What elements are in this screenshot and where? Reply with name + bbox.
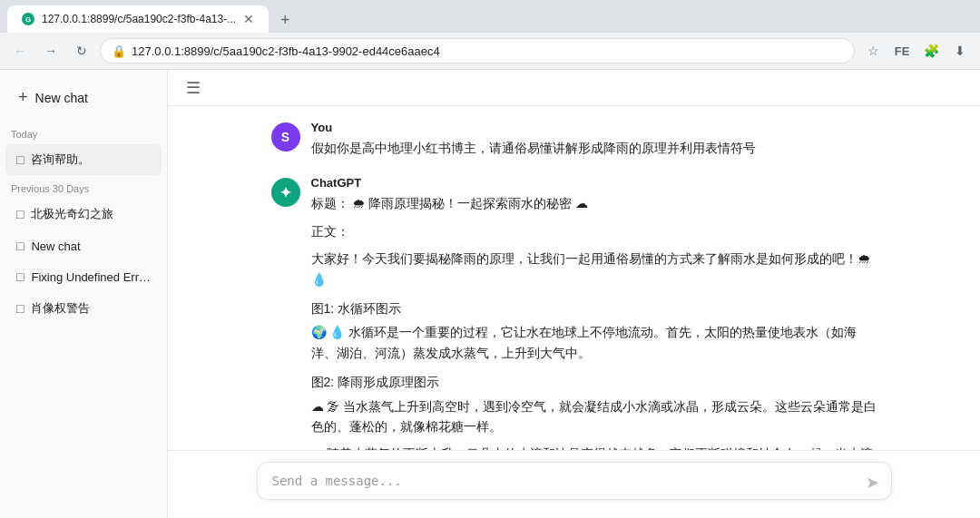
forward-btn[interactable]: →: [38, 38, 64, 64]
browser-chrome: G 127.0.0.1:8899/c/5aa190c2-f3fb-4a13-..…: [0, 0, 980, 70]
sidebar-item-text: 咨询帮助。: [31, 151, 151, 168]
plus-icon: +: [18, 88, 28, 107]
body-label: 正文：: [311, 221, 877, 241]
fig2-text: ☁ 🌫 当水蒸气上升到高空时，遇到冷空气，就会凝结成小水滴或冰晶，形成云朵。这些…: [311, 396, 877, 437]
sidebar-item-aurora[interactable]: □ 北极光奇幻之旅: [5, 199, 162, 230]
today-section-label: Today: [0, 122, 167, 143]
main-content: ☰ S You 假如你是高中地理小红书博主，请通俗易懂讲解形成降雨的原理并利用表…: [168, 70, 980, 518]
intro-text: 大家好！今天我们要揭秘降雨的原理，让我们一起用通俗易懂的方式来了解雨水是如何形成…: [311, 249, 877, 289]
input-area: ➤: [168, 450, 980, 518]
message-container: S You 假如你是高中地理小红书博主，请通俗易懂讲解形成降雨的原理并利用表情符…: [257, 121, 892, 450]
sidebar-item-aurora-text: 北极光奇幻之旅: [31, 206, 151, 222]
chat-icon-4: □: [16, 269, 24, 284]
extensions-btn[interactable]: 🧩: [918, 38, 944, 64]
address-bar[interactable]: 🔒 127.0.0.1:8899/c/5aa190c2-f3fb-4a13-99…: [100, 38, 855, 64]
new-tab-btn[interactable]: +: [272, 7, 298, 33]
sidebar-item-fixing-text: Fixing Undefined Error.: [31, 270, 151, 284]
tab-title: 127.0.0.1:8899/c/5aa190c2-f3fb-4a13-...: [42, 13, 236, 25]
user-message-text: 假如你是高中地理小红书博主，请通俗易懂讲解形成降雨的原理并利用表情符号: [311, 138, 877, 158]
assistant-message: ✦ ChatGPT 标题： 🌧 降雨原理揭秘！一起探索雨水的秘密 ☁ 正文： 大…: [271, 176, 877, 450]
assistant-sender-label: ChatGPT: [311, 176, 877, 190]
assistant-message-text: 标题： 🌧 降雨原理揭秘！一起探索雨水的秘密 ☁ 正文： 大家好！今天我们要揭秘…: [311, 193, 877, 450]
sidebar: + New chat Today □ 咨询帮助。 ✏ ↑ 🗑 Previous …: [0, 70, 168, 518]
browser-toolbar: ← → ↻ 🔒 127.0.0.1:8899/c/5aa190c2-f3fb-4…: [0, 33, 980, 69]
send-button[interactable]: ➤: [864, 471, 881, 494]
browser-actions: ☆ FE 🧩 ⬇: [860, 38, 973, 64]
sidebar-item-consult[interactable]: □ 咨询帮助。 ✏ ↑ 🗑: [5, 144, 162, 175]
tab-close-btn[interactable]: ✕: [243, 12, 254, 26]
input-container: ➤: [257, 462, 892, 503]
chat-icon-3: □: [16, 239, 24, 253]
app-layout: + New chat Today □ 咨询帮助。 ✏ ↑ 🗑 Previous …: [0, 70, 980, 518]
user-message-body: You 假如你是高中地理小红书博主，请通俗易懂讲解形成降雨的原理并利用表情符号: [311, 121, 877, 158]
sidebar-item-newchat-text: New chat: [31, 239, 151, 253]
sidebar-item-portrait-text: 肖像权警告: [31, 300, 151, 317]
title-text: 🌧 降雨原理揭秘！一起探索雨水的秘密 ☁: [352, 196, 588, 210]
user-initial: S: [281, 130, 289, 144]
sidebar-item-newchat[interactable]: □ New chat: [5, 231, 162, 260]
fig1-text: 🌍 💧 水循环是一个重要的过程，它让水在地球上不停地流动。首先，太阳的热量使地表…: [311, 322, 877, 363]
active-tab[interactable]: G 127.0.0.1:8899/c/5aa190c2-f3fb-4a13-..…: [7, 5, 269, 33]
user-avatar: S: [271, 122, 300, 151]
title-prefix: 标题：: [311, 196, 349, 210]
sidebar-item-fixing[interactable]: □ Fixing Undefined Error.: [5, 262, 162, 291]
reload-btn[interactable]: ↻: [69, 38, 94, 64]
browser-tabs: G 127.0.0.1:8899/c/5aa190c2-f3fb-4a13-..…: [0, 0, 980, 33]
chat-icon-2: □: [16, 207, 24, 221]
user-sender-label: You: [311, 121, 877, 134]
messages-area[interactable]: S You 假如你是高中地理小红书博主，请通俗易懂讲解形成降雨的原理并利用表情符…: [168, 106, 980, 450]
para3-text: ☁ 随着水蒸气的不断上升，云朵内的水滴和冰晶变得越来越多，它们不断碰撞和结合在一…: [311, 444, 877, 450]
new-chat-label: New chat: [35, 91, 88, 105]
sidebar-toggle-btn[interactable]: ☰: [182, 74, 204, 102]
assistant-initial: ✦: [279, 184, 291, 201]
previous-section-label: Previous 30 Days: [0, 176, 167, 198]
response-title: 标题： 🌧 降雨原理揭秘！一起探索雨水的秘密 ☁: [311, 193, 877, 213]
chat-icon-5: □: [16, 301, 24, 316]
back-btn[interactable]: ←: [7, 38, 33, 64]
new-chat-button[interactable]: + New chat: [7, 81, 160, 114]
user-message: S You 假如你是高中地理小红书博主，请通俗易懂讲解形成降雨的原理并利用表情符…: [271, 121, 877, 158]
tab-favicon: G: [22, 13, 34, 25]
sidebar-item-portrait[interactable]: □ 肖像权警告: [5, 293, 162, 324]
profile-btn[interactable]: FE: [889, 38, 915, 64]
chat-icon: □: [16, 152, 24, 167]
url-text: 127.0.0.1:8899/c/5aa190c2-f3fb-4a13-9902…: [132, 44, 440, 58]
assistant-avatar: ✦: [271, 178, 300, 207]
fig1-label: 图1: 水循环图示: [311, 298, 877, 318]
send-icon: ➤: [866, 474, 879, 492]
chat-header: ☰: [168, 70, 980, 106]
message-input[interactable]: [257, 462, 892, 500]
downloads-btn[interactable]: ⬇: [947, 38, 973, 64]
bookmark-btn[interactable]: ☆: [860, 38, 886, 64]
assistant-message-body: ChatGPT 标题： 🌧 降雨原理揭秘！一起探索雨水的秘密 ☁ 正文： 大家好…: [311, 176, 877, 450]
fig2-label: 图2: 降雨形成原理图示: [311, 372, 877, 392]
